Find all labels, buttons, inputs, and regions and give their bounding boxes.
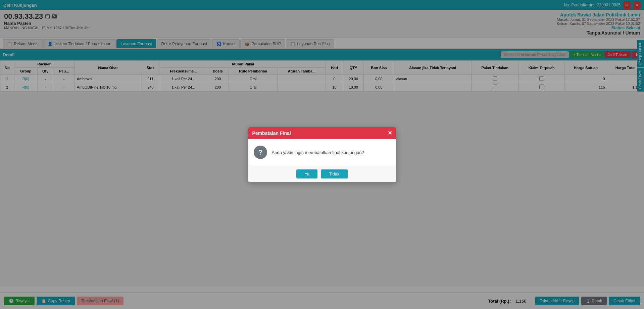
modal-tidak-button[interactable]: Tidak	[321, 169, 347, 178]
modal-overlay: Pembatalan Final ✕ ? Anda yakin ingin me…	[0, 0, 644, 309]
modal-dialog: Pembatalan Final ✕ ? Anda yakin ingin me…	[248, 127, 396, 182]
modal-question-icon: ?	[254, 146, 267, 159]
modal-message: Anda yakin ingin membatalkan final kunju…	[272, 150, 364, 155]
modal-ya-button[interactable]: Ya	[296, 169, 317, 178]
modal-close-button[interactable]: ✕	[388, 130, 392, 136]
modal-header: Pembatalan Final ✕	[248, 127, 396, 139]
modal-title: Pembatalan Final	[252, 131, 291, 136]
modal-footer: Ya Tidak	[248, 166, 396, 182]
modal-body: ? Anda yakin ingin membatalkan final kun…	[248, 139, 396, 166]
